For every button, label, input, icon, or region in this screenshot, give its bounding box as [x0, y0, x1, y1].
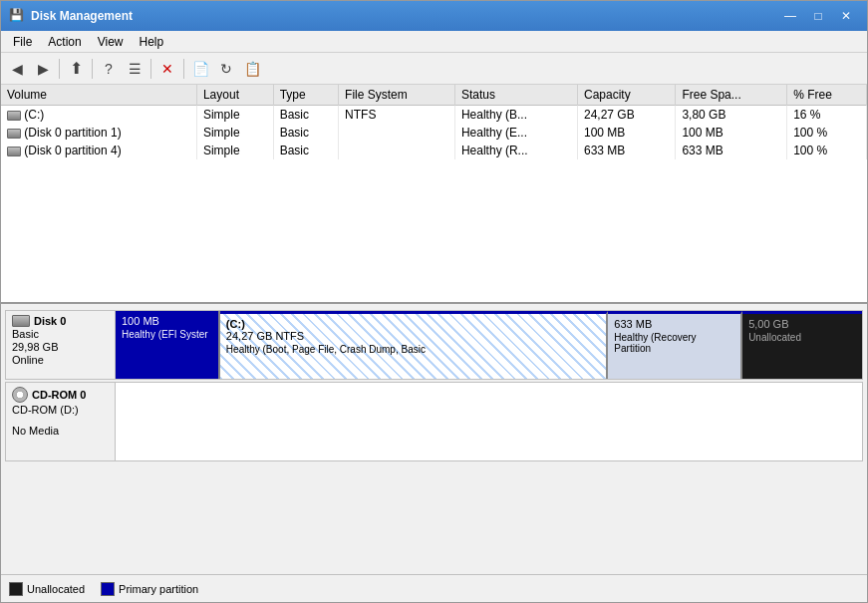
volume-icon: [7, 147, 21, 156]
toolbar-separator-3: [150, 59, 151, 79]
cell-status: Healthy (R...: [454, 142, 577, 159]
status-bar: Unallocated Primary partition: [1, 574, 867, 602]
recovery-status: Healthy (Recovery Partition: [614, 332, 734, 354]
cell-type: Basic: [273, 124, 338, 142]
efi-size: 100 MB: [122, 315, 212, 327]
cell-status: Healthy (E...: [454, 124, 577, 142]
cell-type: Basic: [273, 142, 338, 159]
toolbar-separator-1: [59, 59, 60, 79]
c-name: (C:): [226, 318, 600, 330]
col-capacity[interactable]: Capacity: [578, 85, 676, 106]
disk-management-window: 💾 Disk Management — □ ✕ File Action View…: [0, 0, 868, 603]
c-size: 24,27 GB NTFS: [226, 330, 600, 342]
table-row[interactable]: (C:) Simple Basic NTFS Healthy (B... 24,…: [1, 106, 867, 125]
disk-0-label: Disk 0 Basic 29,98 GB Online: [5, 310, 115, 380]
cell-percent: 100 %: [787, 124, 867, 142]
col-percent[interactable]: % Free: [787, 85, 867, 106]
menu-action[interactable]: Action: [40, 33, 89, 51]
properties-button[interactable]: 📄: [188, 57, 212, 81]
cell-capacity: 100 MB: [578, 124, 676, 142]
unallocated-label: Unallocated: [27, 583, 85, 595]
show-button[interactable]: ☰: [123, 57, 146, 81]
toolbar-separator-2: [92, 59, 93, 79]
up-button[interactable]: ⬆: [64, 57, 88, 81]
unallocated-box: [9, 582, 23, 596]
cdrom-empty: [116, 383, 862, 460]
cell-free: 633 MB: [676, 142, 787, 159]
cdrom-0-row: CD-ROM 0 CD-ROM (D:) No Media: [5, 382, 863, 461]
table-row[interactable]: (Disk 0 partition 4) Simple Basic Health…: [1, 142, 867, 159]
col-free[interactable]: Free Spa...: [676, 85, 787, 106]
menu-help[interactable]: Help: [132, 33, 172, 51]
main-content: Volume Layout Type File System Status Ca…: [1, 85, 867, 602]
cell-filesystem: NTFS: [339, 106, 455, 125]
disk-icon: [12, 315, 30, 327]
cell-status: Healthy (B...: [454, 106, 577, 125]
delete-button[interactable]: ✕: [155, 57, 179, 81]
partition-efi[interactable]: 100 MB Healthy (EFI Syster: [116, 311, 220, 379]
cell-free: 3,80 GB: [676, 106, 787, 125]
cell-percent: 16 %: [787, 106, 867, 125]
col-volume[interactable]: Volume: [1, 85, 196, 106]
refresh-button[interactable]: ↻: [214, 57, 238, 81]
toolbar: ◀ ▶ ⬆ ? ☰ ✕ 📄 ↻ 📋: [1, 53, 867, 85]
cdrom-0-name: CD-ROM 0: [12, 387, 109, 403]
cell-capacity: 633 MB: [578, 142, 676, 159]
primary-label: Primary partition: [119, 583, 198, 595]
menu-bar: File Action View Help: [1, 31, 867, 53]
toolbar-separator-4: [183, 59, 184, 79]
cell-volume: (Disk 0 partition 4): [1, 142, 196, 159]
disk-area: Disk 0 Basic 29,98 GB Online 100 MB Heal…: [1, 304, 867, 574]
c-status: Healthy (Boot, Page File, Crash Dump, Ba…: [226, 344, 600, 355]
cell-percent: 100 %: [787, 142, 867, 159]
cell-layout: Simple: [196, 106, 273, 125]
cell-volume: (C:): [1, 106, 196, 125]
cdrom-icon: [12, 387, 28, 403]
cell-type: Basic: [273, 106, 338, 125]
partition-recovery[interactable]: 633 MB Healthy (Recovery Partition: [608, 311, 742, 379]
window-icon: 💾: [9, 8, 25, 24]
minimize-button[interactable]: —: [777, 6, 803, 26]
col-filesystem[interactable]: File System: [339, 85, 455, 106]
col-layout[interactable]: Layout: [196, 85, 273, 106]
col-type[interactable]: Type: [273, 85, 338, 106]
volume-icon: [7, 129, 21, 139]
volume-icon: [7, 111, 21, 121]
forward-button[interactable]: ▶: [31, 57, 55, 81]
primary-box: [101, 582, 115, 596]
partition-unallocated[interactable]: 5,00 GB Unallocated: [742, 311, 862, 379]
cell-volume: (Disk 0 partition 1): [1, 124, 196, 142]
title-bar: 💾 Disk Management — □ ✕: [1, 1, 867, 31]
cdrom-0-partitions: [115, 382, 863, 461]
maximize-button[interactable]: □: [805, 6, 831, 26]
col-status[interactable]: Status: [454, 85, 577, 106]
menu-file[interactable]: File: [5, 33, 40, 51]
title-bar-buttons: — □ ✕: [777, 6, 859, 26]
cell-filesystem: [339, 142, 455, 159]
disk-0-name: Disk 0: [12, 315, 109, 327]
disk-0-partitions: 100 MB Healthy (EFI Syster (C:) 24,27 GB…: [115, 310, 863, 380]
back-button[interactable]: ◀: [5, 57, 29, 81]
legend-primary: Primary partition: [101, 582, 198, 596]
legend-unallocated: Unallocated: [9, 582, 85, 596]
cell-capacity: 24,27 GB: [578, 106, 676, 125]
volumes-table-area: Volume Layout Type File System Status Ca…: [1, 85, 867, 304]
cell-layout: Simple: [196, 142, 273, 159]
recovery-size: 633 MB: [614, 318, 734, 330]
volumes-table: Volume Layout Type File System Status Ca…: [1, 85, 867, 159]
table-header-row: Volume Layout Type File System Status Ca…: [1, 85, 867, 106]
rescan-button[interactable]: 📋: [240, 57, 264, 81]
cell-free: 100 MB: [676, 124, 787, 142]
unallocated-status: Unallocated: [748, 332, 856, 343]
disk-0-row: Disk 0 Basic 29,98 GB Online 100 MB Heal…: [5, 310, 863, 380]
table-row[interactable]: (Disk 0 partition 1) Simple Basic Health…: [1, 124, 867, 142]
partition-c[interactable]: (C:) 24,27 GB NTFS Healthy (Boot, Page F…: [220, 311, 608, 379]
cdrom-no-media: No Media: [12, 425, 109, 437]
efi-status: Healthy (EFI Syster: [122, 329, 212, 340]
help-button[interactable]: ?: [97, 57, 121, 81]
window-title: Disk Management: [31, 9, 777, 23]
menu-view[interactable]: View: [90, 33, 132, 51]
cell-layout: Simple: [196, 124, 273, 142]
unallocated-size: 5,00 GB: [748, 318, 856, 330]
close-button[interactable]: ✕: [833, 6, 859, 26]
